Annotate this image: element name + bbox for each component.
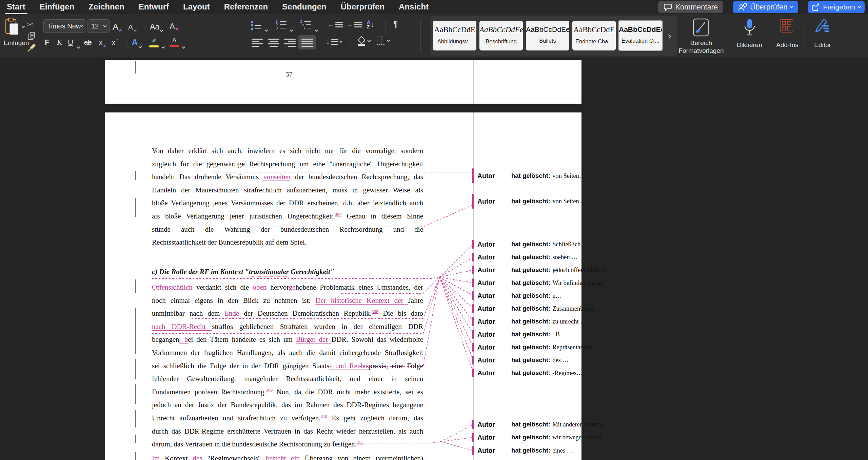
tracked-change-entry[interactable]: Autorhat gelöscht:von Seiten … <box>477 196 587 206</box>
tracked-change-entry[interactable]: Autorhat gelöscht:Wir befinden uns in <box>477 278 602 288</box>
change-bar <box>135 308 136 354</box>
style-card-bullets[interactable]: AaBbCcDdEeBullets <box>526 21 569 50</box>
tracked-change-entry[interactable]: Autorhat gelöscht:von Seiten… <box>477 171 585 181</box>
style-card-endnote-cha[interactable]: AaBbCcDdEEndnote Cha... <box>572 21 616 50</box>
italic-button[interactable]: K <box>57 38 62 47</box>
numbered-list-options-button[interactable] <box>290 26 293 33</box>
text-effects-glyph: A <box>132 37 138 48</box>
tracked-change-entry[interactable]: Autorhat gelöscht:des … <box>477 355 569 365</box>
change-bar <box>135 279 136 293</box>
tab-referenzen[interactable]: Referenzen <box>223 0 269 14</box>
dictate-button[interactable] <box>744 18 756 39</box>
tracked-change-entry[interactable]: Autorhat gelöscht:zu unrecht … <box>477 316 587 327</box>
tracked-change-entry[interactable]: Autorhat gelöscht:-Regimes… <box>477 368 583 378</box>
tracked-change-entry[interactable]: Autorhat gelöscht:soeben … <box>477 252 578 262</box>
style-card-abbildungsv[interactable]: AaBbCcDdEAbbildungsv... <box>433 21 476 50</box>
sort-button[interactable]: A Z ↓ <box>367 20 374 29</box>
shrink-font-button[interactable]: A <box>128 23 136 31</box>
tracked-change-entry[interactable]: Autorhat gelöscht:Schließlich … <box>477 239 588 249</box>
underline-glyph: U <box>68 38 73 47</box>
addins-button[interactable] <box>780 19 793 33</box>
tracked-change-entry[interactable]: Autorhat gelöscht:wir bewegen uns in <box>477 432 601 442</box>
change-bar <box>135 384 136 404</box>
tracked-change-entry[interactable]: Autorhat gelöscht:. B… <box>477 329 566 339</box>
decrease-indent-button[interactable]: ← <box>328 21 343 28</box>
inserted-text: oben <box>253 283 270 291</box>
shading-button[interactable] <box>357 36 370 46</box>
line-spacing-button[interactable]: ↕ <box>326 38 342 46</box>
multilevel-list-button[interactable]: 1ai <box>300 20 311 29</box>
chevron-down-icon <box>387 38 390 42</box>
tab-entwurf[interactable]: Entwurf <box>138 0 170 14</box>
borders-button[interactable] <box>377 37 390 45</box>
highlight-button[interactable]: ✎ <box>149 37 159 47</box>
chevron-down-icon <box>138 45 142 48</box>
align-right-button[interactable] <box>284 39 296 47</box>
change-bar <box>135 198 136 217</box>
bullet-list-options-button[interactable] <box>265 26 268 33</box>
share-button[interactable]: Freigeben <box>808 1 865 13</box>
cut-button[interactable]: ✂ <box>27 20 33 29</box>
chevron-right-icon <box>667 34 671 39</box>
revision-margin-tick <box>472 291 474 300</box>
font-color-options-button[interactable] <box>182 43 185 49</box>
tracked-change-entry[interactable]: Autorhat gelöscht:Mit anderen Worten, … <box>477 419 612 430</box>
show-paragraph-marks-button[interactable]: ¶ <box>393 19 398 29</box>
superscript-button[interactable]: x2 <box>112 39 119 46</box>
format-painter-button[interactable] <box>27 43 36 54</box>
revision-margin-tick <box>472 317 474 326</box>
subscript-button[interactable]: x2 <box>99 39 106 46</box>
style-card-evaluation-cr[interactable]: AaBbCcDdEeEvaluation Cr... <box>619 21 662 50</box>
numbered-list-button[interactable]: 123 <box>275 20 287 29</box>
bullet-list-button[interactable] <box>251 21 261 30</box>
font-name-select[interactable]: Times New... <box>43 19 86 33</box>
tab-zeichnen[interactable]: Zeichnen <box>88 0 125 14</box>
align-center-button[interactable] <box>268 39 279 47</box>
increase-indent-button[interactable]: → <box>347 21 362 28</box>
strikethrough-button[interactable]: ab <box>84 39 92 46</box>
strikethrough-glyph: ab <box>84 39 92 46</box>
justify-button[interactable] <box>298 35 316 49</box>
tab-einfügen[interactable]: Einfügen <box>39 0 75 14</box>
review-button[interactable]: Überprüfen <box>733 1 798 13</box>
font-color-button[interactable]: A <box>170 37 179 47</box>
comments-button[interactable]: Kommentare <box>658 1 723 13</box>
styles-pane-button[interactable] <box>693 18 709 38</box>
grow-font-button[interactable]: A <box>113 22 122 32</box>
highlight-options-button[interactable] <box>162 43 164 49</box>
tracked-change-entry[interactable]: Autorhat gelöscht:Repräsentanten … <box>477 342 599 352</box>
inserted-text: besteht ein <box>266 454 300 460</box>
style-label: Abbildungsv... <box>433 38 476 45</box>
text-run: straflos gebliebenen Straftaten wurden i… <box>212 322 423 331</box>
text-effects-button[interactable]: A <box>132 37 141 48</box>
borders-icon <box>377 37 385 45</box>
tab-start[interactable]: Start <box>6 0 26 14</box>
bold-button[interactable]: F <box>45 38 49 47</box>
revision-margin-tick <box>472 356 474 364</box>
tracked-change-entry[interactable]: Autorhat gelöscht:jedoch offensichtlich … <box>477 265 613 275</box>
text-line: bloße Verlängerung jenes Versäumnisses d… <box>152 196 423 210</box>
tab-überprüfen[interactable]: Überprüfen <box>340 0 385 14</box>
font-size-select[interactable]: 12 <box>87 19 110 33</box>
paragraph: Im Kontext des "Regimewechsels" besteht … <box>152 452 423 460</box>
align-left-button[interactable] <box>252 39 263 47</box>
tracked-change-entry[interactable]: Autorhat gelöscht:eines … <box>477 445 573 456</box>
underline-options-button[interactable] <box>77 43 80 49</box>
tab-layout[interactable]: Layout <box>182 0 211 14</box>
copy-button[interactable] <box>28 32 35 42</box>
multilevel-list-options-button[interactable] <box>315 26 318 33</box>
tracked-change-entry[interactable]: Autorhat gelöscht:n… <box>477 291 562 301</box>
style-card-beschriftung[interactable]: AaBbCcDdEeBeschriftung <box>479 21 523 50</box>
tab-ansicht[interactable]: Ansicht <box>398 0 429 14</box>
tracked-change-entry[interactable]: Autorhat gelöscht:Zusammenbruch … <box>477 304 603 314</box>
change-case-button[interactable]: Aa <box>150 22 163 32</box>
styles-gallery-expand-button[interactable] <box>667 33 670 39</box>
tab-sendungen[interactable]: Sendungen <box>281 0 327 14</box>
clear-formatting-button[interactable]: A ◆ <box>170 22 179 31</box>
text-run: als bloße Verlängerung jener juristische… <box>152 212 335 220</box>
chevron-down-icon <box>162 45 165 49</box>
underline-button[interactable]: U <box>68 38 73 47</box>
text-line: sei schließlich die Folge der in der DDR… <box>152 359 423 373</box>
paste-button[interactable] <box>5 18 24 36</box>
editor-button[interactable] <box>814 18 830 37</box>
